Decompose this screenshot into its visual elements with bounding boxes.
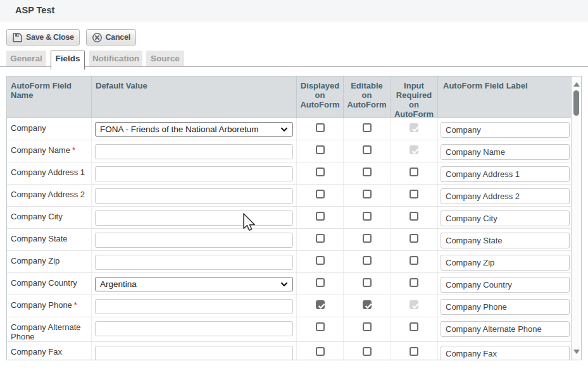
column-header-field-name: AutoForm Field Name [7,76,92,118]
default-value-cell: Argentina [92,273,297,295]
field-label-input[interactable]: Company Name [441,144,570,160]
default-value-input[interactable] [95,299,293,314]
field-label-input[interactable]: Company Phone [441,299,570,315]
editable-on-autoform-checkbox[interactable] [363,145,372,154]
displayed-on-autoform-checkbox[interactable] [316,300,325,309]
field-label-input[interactable]: Company [441,122,570,138]
field-label-cell: Company Address 2 [438,185,571,206]
default-value-input[interactable] [95,255,293,270]
input-required-on-autoform-checkbox[interactable] [410,347,418,356]
default-value-cell [92,229,297,250]
default-value-input[interactable] [95,188,293,204]
default-value-input[interactable] [95,144,293,159]
field-label-input[interactable]: Company Alternate Phone [441,321,570,337]
displayed-on-autoform-checkbox[interactable] [316,322,325,331]
displayed-on-autoform-checkbox[interactable] [316,347,325,356]
field-label-input[interactable]: Company State [441,233,570,248]
displayed-on-autoform-checkbox[interactable] [316,278,325,287]
default-value-input[interactable] [95,321,293,336]
field-label-cell: Company State [438,229,571,250]
field-name-cell: Company Alternate Phone [7,317,92,341]
scrollbar-down-arrow-icon[interactable] [573,350,580,354]
input-required-on-autoform-cell [391,185,438,206]
field-label-cell: Company Name [438,140,571,162]
tab-source[interactable]: Source [146,51,184,66]
input-required-on-autoform-checkbox[interactable] [410,278,418,287]
vertical-scrollbar[interactable] [571,76,581,360]
default-value-input[interactable] [95,210,293,226]
editable-on-autoform-checkbox[interactable] [363,190,372,198]
tab-general[interactable]: General [6,51,46,66]
field-label-input[interactable]: Company City [441,210,570,226]
editable-on-autoform-checkbox[interactable] [363,256,372,265]
displayed-on-autoform-checkbox[interactable] [316,145,325,154]
editable-on-autoform-cell [344,185,391,206]
field-name-cell: Company Phone* [7,295,92,317]
editable-on-autoform-checkbox[interactable] [363,322,372,331]
field-label-cell: Company Zip [438,251,571,272]
input-required-on-autoform-checkbox[interactable] [410,234,418,243]
scrollbar-thumb[interactable] [573,90,579,116]
default-value-select[interactable]: FONA - Friends of the National Arboretum [95,122,293,137]
input-required-on-autoform-checkbox [410,145,418,154]
field-name-cell: Company Fax [7,342,92,360]
field-label-input[interactable]: Company Address 1 [441,166,570,182]
table-row: Company Alternate PhoneCompany Alternate… [7,317,571,342]
tabs-underline [0,66,588,67]
input-required-on-autoform-checkbox[interactable] [410,212,418,221]
editable-on-autoform-checkbox[interactable] [363,347,372,356]
editable-on-autoform-checkbox[interactable] [363,278,372,287]
column-header-editable: Editable on AutoForm [344,76,391,118]
tab-notification[interactable]: Notification [89,51,142,66]
default-value-input[interactable] [95,233,293,248]
field-label-cell: Company Phone [438,295,571,317]
field-label-input[interactable]: Company Address 2 [441,188,570,204]
displayed-on-autoform-checkbox[interactable] [316,212,325,221]
displayed-on-autoform-checkbox[interactable] [316,234,325,243]
field-label-input[interactable]: Company Zip [441,255,570,271]
cancel-button[interactable]: Cancel [86,29,136,46]
editable-on-autoform-checkbox[interactable] [363,168,372,176]
table-row: Company FaxCompany Fax [7,342,571,360]
displayed-on-autoform-checkbox[interactable] [316,168,325,176]
editable-on-autoform-checkbox[interactable] [363,123,372,132]
save-icon [12,32,23,43]
field-name-cell: Company Country [7,273,92,295]
editable-on-autoform-checkbox[interactable] [363,212,372,221]
column-header-displayed: Displayed on AutoForm [297,76,344,118]
table-row: Company CountryArgentinaCompany Country [7,273,571,295]
displayed-on-autoform-checkbox[interactable] [316,190,325,198]
field-label-input[interactable]: Company Country [441,277,570,293]
displayed-on-autoform-cell [297,251,344,272]
input-required-on-autoform-checkbox[interactable] [410,256,418,265]
required-asterisk: * [74,300,77,310]
displayed-on-autoform-cell [297,229,344,250]
tab-fields[interactable]: Fields [51,51,85,70]
page-title: ASP Test [15,0,54,21]
editable-on-autoform-checkbox[interactable] [363,234,372,243]
field-label-input[interactable]: Company Fax [441,346,570,360]
save-close-button[interactable]: Save & Close [6,29,80,46]
editable-on-autoform-cell [344,273,391,295]
input-required-on-autoform-checkbox[interactable] [410,168,418,176]
default-value-cell [92,185,297,206]
default-value-select[interactable]: Argentina [95,277,293,291]
input-required-on-autoform-cell [391,229,438,250]
default-value-input[interactable] [95,346,293,360]
default-value-input[interactable] [95,166,293,181]
default-value-selected-option: FONA - Friends of the National Arboretum [100,125,259,134]
scrollbar-up-arrow-icon[interactable] [573,82,580,87]
displayed-on-autoform-cell [297,317,344,341]
input-required-on-autoform-cell [391,295,438,317]
displayed-on-autoform-checkbox[interactable] [316,123,325,132]
displayed-on-autoform-checkbox[interactable] [316,256,325,265]
default-value-selected-option: Argentina [100,279,137,289]
column-header-default-value: Default Value [92,76,297,118]
input-required-on-autoform-checkbox[interactable] [410,322,418,331]
displayed-on-autoform-cell [297,140,344,162]
input-required-on-autoform-cell [391,207,438,228]
input-required-on-autoform-checkbox[interactable] [410,190,418,198]
field-name-cell: Company Name* [7,140,92,162]
field-label-cell: Company Address 1 [438,162,571,184]
editable-on-autoform-checkbox[interactable] [363,300,372,309]
